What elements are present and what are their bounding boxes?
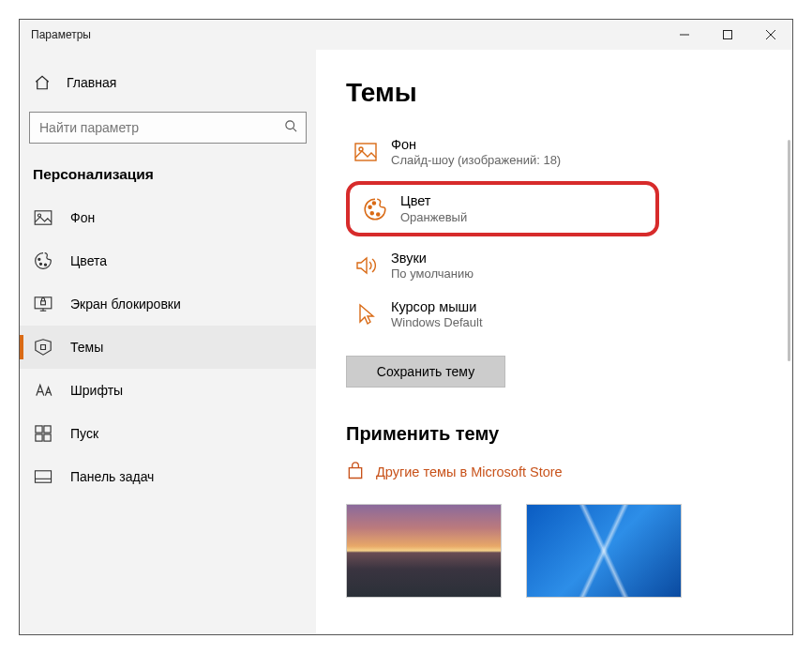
svg-point-26 [372,202,375,205]
option-subtitle: Оранжевый [400,210,467,225]
svg-rect-15 [36,426,42,433]
fonts-icon [33,383,53,398]
nav-item-themes[interactable]: Темы [20,326,316,369]
svg-point-24 [370,211,373,214]
store-link[interactable]: Другие темы в Microsoft Store [346,462,775,483]
palette-icon [33,251,53,270]
store-icon [346,462,365,483]
search-icon [284,119,298,136]
themes-icon [33,339,53,356]
option-title: Фон [391,136,561,153]
content-area: Темы Фон Слайд-шоу (изображений: 18) [316,50,792,634]
theme-thumb-sunset[interactable] [346,504,502,598]
svg-rect-6 [35,211,52,224]
svg-point-23 [368,205,371,208]
svg-point-4 [286,121,294,129]
titlebar: Параметры [20,20,792,50]
nav-item-lockscreen[interactable]: Экран блокировки [20,282,316,326]
svg-rect-17 [36,434,42,441]
apply-theme-title: Применить тему [346,423,775,445]
search-input[interactable]: Найти параметр [29,112,307,144]
svg-rect-11 [35,297,52,309]
svg-line-5 [293,128,296,131]
option-subtitle: Слайд-шоу (изображений: 18) [391,153,561,168]
sound-icon [353,253,378,278]
nav-label: Темы [70,340,103,355]
sidebar: Главная Найти параметр Персонализация Фо… [20,50,316,634]
option-color[interactable]: Цвет Оранжевый [346,181,659,236]
svg-point-10 [44,264,46,266]
option-title: Курсор мыши [391,298,483,315]
svg-rect-21 [355,144,376,160]
svg-point-7 [38,214,40,217]
page-title: Темы [346,78,775,108]
category-title: Персонализация [20,160,316,196]
lockscreen-icon [33,297,53,312]
nav-label: Фон [70,210,95,225]
nav-label: Цвета [70,253,107,268]
search-placeholder: Найти параметр [39,120,284,135]
nav-label: Панель задач [70,469,154,484]
svg-point-25 [377,212,380,215]
picture-icon [33,210,53,225]
minimize-button[interactable] [663,20,706,50]
svg-rect-18 [44,434,51,441]
nav-label: Пуск [70,426,98,441]
palette-icon [363,197,387,221]
svg-rect-19 [35,471,51,482]
home-icon [33,74,52,91]
theme-thumb-windows[interactable] [526,504,682,598]
svg-rect-16 [44,426,51,433]
svg-rect-14 [41,301,46,305]
home-link[interactable]: Главная [20,67,316,99]
nav-list: Фон Цвета Экран блокировки [20,196,316,498]
option-cursor[interactable]: Курсор мыши Windows Default [346,293,637,336]
theme-options: Фон Слайд-шоу (изображений: 18) Цвет Ора… [346,130,775,337]
window-body: Главная Найти параметр Персонализация Фо… [20,50,792,634]
close-button[interactable] [749,20,792,50]
option-background[interactable]: Фон Слайд-шоу (изображений: 18) [346,130,637,174]
option-subtitle: По умолчанию [391,266,474,281]
svg-point-22 [359,147,363,151]
home-label: Главная [67,75,116,90]
nav-item-taskbar[interactable]: Панель задач [20,455,316,498]
save-theme-button[interactable]: Сохранить тему [346,356,505,388]
svg-rect-1 [724,31,732,39]
nav-item-background[interactable]: Фон [20,196,316,239]
nav-label: Экран блокировки [70,297,181,312]
taskbar-icon [33,470,53,483]
svg-point-9 [39,263,41,265]
option-subtitle: Windows Default [391,315,483,330]
nav-label: Шрифты [70,383,123,398]
option-title: Цвет [400,192,467,209]
window-title: Параметры [31,28,663,41]
option-sounds[interactable]: Звуки По умолчанию [346,244,637,287]
nav-item-start[interactable]: Пуск [20,412,316,455]
svg-point-8 [38,258,40,260]
cursor-icon [353,302,378,327]
theme-thumbnails [346,504,775,598]
nav-item-colors[interactable]: Цвета [20,239,316,282]
scrollbar[interactable] [788,140,790,361]
option-title: Звуки [391,250,474,266]
start-icon [33,425,53,442]
picture-icon [353,140,378,164]
window-controls [663,20,792,50]
nav-item-fonts[interactable]: Шрифты [20,369,316,412]
settings-window: Параметры Главная Найти параметр [19,19,793,635]
store-link-label: Другие темы в Microsoft Store [376,464,563,479]
save-theme-label: Сохранить тему [377,364,474,379]
maximize-button[interactable] [706,20,749,50]
